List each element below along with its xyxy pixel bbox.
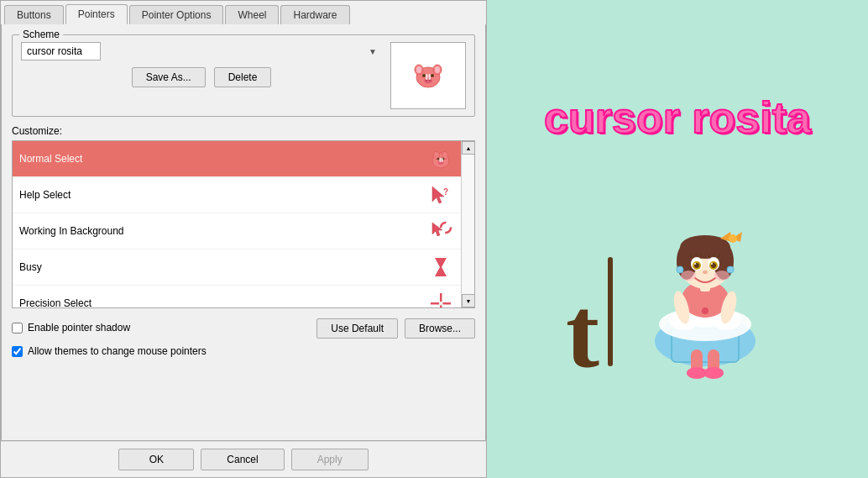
svg-point-5 (422, 74, 426, 77)
checkbox-area: Enable pointer shadow (12, 322, 130, 334)
cursor-list: Normal Select (13, 141, 461, 307)
svg-point-61 (714, 271, 729, 281)
scheme-group: Scheme cursor rosita ▼ Save A (12, 34, 475, 117)
svg-point-8 (426, 80, 427, 81)
scroll-down-button[interactable]: ▼ (462, 294, 475, 307)
svg-rect-27 (439, 302, 443, 306)
svg-point-59 (703, 271, 708, 274)
ok-button[interactable]: OK (118, 449, 194, 470)
svg-point-51 (694, 263, 696, 265)
svg-point-6 (431, 74, 434, 77)
svg-point-44 (729, 234, 737, 243)
cursor-item-name: Working In Background (19, 225, 427, 237)
apply-button[interactable]: Apply (291, 449, 369, 470)
svg-point-3 (416, 66, 421, 73)
busy-icon (427, 254, 454, 281)
tab-wheel[interactable]: Wheel (225, 5, 279, 24)
tab-pointers[interactable]: Pointers (65, 4, 128, 24)
svg-point-15 (437, 158, 440, 160)
tab-hardware[interactable]: Hardware (280, 5, 349, 24)
cursor-item-normal-select[interactable]: Normal Select (13, 141, 461, 177)
svg-marker-20 (432, 186, 444, 203)
cursor-t-character: t (566, 282, 599, 383)
cursor-list-wrapper: Normal Select (12, 140, 475, 308)
svg-point-4 (435, 66, 440, 73)
promo-title: cursor rosita (544, 96, 811, 139)
cartoon-girl-svg (621, 148, 789, 383)
scroll-track[interactable] (462, 155, 474, 294)
cursor-item-name: Busy (19, 261, 427, 273)
svg-rect-18 (440, 158, 442, 162)
svg-point-60 (681, 271, 696, 281)
svg-point-7 (424, 78, 432, 84)
cartoon-girl (621, 148, 789, 383)
pointer-shadow-row: Enable pointer shadow (12, 322, 130, 334)
svg-marker-24 (435, 258, 447, 276)
svg-line-57 (714, 254, 714, 257)
precision-select-icon (427, 290, 454, 307)
allow-themes-row: Allow themes to change mouse pointers (12, 345, 475, 357)
cursor-item-precision-select[interactable]: Precision Select (13, 286, 461, 307)
cursor-i-character (608, 257, 613, 366)
svg-rect-19 (442, 158, 443, 162)
scheme-select-wrapper: cursor rosita ▼ (21, 42, 382, 60)
tab-pointer-options[interactable]: Pointer Options (129, 5, 224, 24)
scheme-group-label: Scheme (19, 29, 63, 40)
allow-themes-label: Allow themes to change mouse pointers (28, 345, 207, 357)
promo-characters: t (566, 148, 789, 383)
browse-button[interactable]: Browse... (405, 318, 475, 339)
cursor-item-working-bg[interactable]: Working In Background (13, 213, 461, 250)
customize-label: Customize: (12, 125, 475, 137)
svg-point-69 (703, 367, 724, 379)
svg-line-54 (696, 254, 697, 257)
dropdown-arrow-icon: ▼ (369, 47, 377, 56)
action-row: Use Default Browse... (316, 318, 475, 339)
dialog-footer: OK Cancel Apply (1, 441, 486, 477)
cursor-item-name: Help Select (19, 189, 427, 201)
normal-select-icon (427, 145, 454, 172)
tabs-bar: Buttons Pointers Pointer Options Wheel H… (1, 1, 486, 24)
scroll-up-button[interactable]: ▲ (462, 141, 475, 155)
pointer-shadow-label: Enable pointer shadow (28, 322, 130, 334)
scheme-dropdown[interactable]: cursor rosita (21, 42, 101, 60)
svg-point-52 (711, 263, 713, 265)
cursor-item-help-select[interactable]: Help Select ? (13, 177, 461, 213)
svg-point-23 (441, 223, 451, 233)
help-select-icon: ? (427, 181, 454, 208)
cursor-item-busy[interactable]: Busy (13, 250, 461, 286)
svg-rect-10 (426, 74, 428, 80)
cursor-item-name: Precision Select (19, 297, 427, 307)
svg-point-62 (677, 266, 683, 273)
promo-panel: cursor rosita t (487, 0, 868, 478)
use-default-button[interactable]: Use Default (316, 318, 398, 339)
svg-text:?: ? (443, 187, 448, 197)
working-bg-icon (427, 218, 454, 244)
tab-content: Scheme cursor rosita ▼ Save A (1, 24, 486, 441)
bottom-controls: Enable pointer shadow Use Default Browse… (12, 317, 475, 357)
cursor-preview-icon (408, 55, 448, 96)
scheme-preview (390, 42, 466, 109)
list-scrollbar: ▲ ▼ (461, 141, 474, 307)
svg-point-9 (429, 80, 431, 81)
delete-button[interactable]: Delete (214, 67, 272, 87)
save-as-button[interactable]: Save As... (132, 67, 206, 87)
customize-section: Customize: Normal Select (12, 125, 475, 308)
allow-themes-checkbox[interactable] (12, 346, 23, 357)
svg-rect-11 (429, 74, 431, 80)
svg-point-63 (727, 266, 734, 273)
svg-point-70 (702, 307, 709, 314)
pointer-shadow-checkbox[interactable] (12, 323, 23, 334)
cursor-item-name: Normal Select (19, 153, 427, 165)
cancel-button[interactable]: Cancel (201, 449, 284, 470)
tab-buttons[interactable]: Buttons (4, 5, 64, 24)
